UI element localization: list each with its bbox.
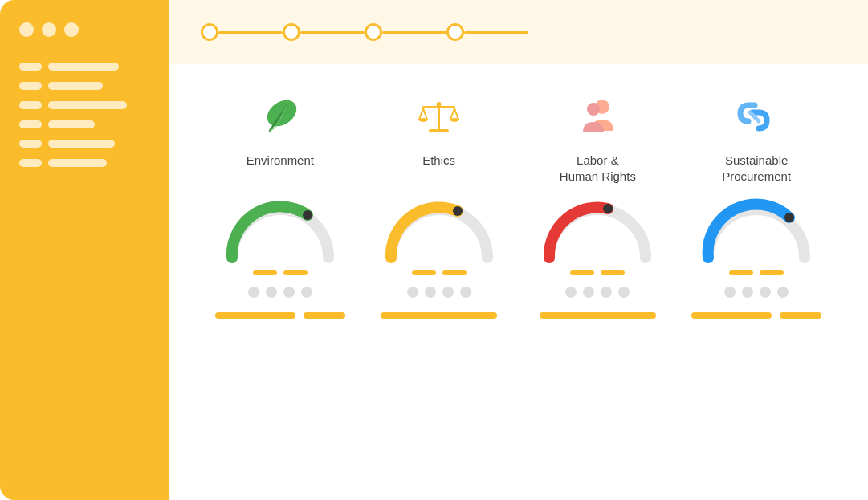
bar — [691, 312, 772, 319]
sidebar-line — [19, 120, 42, 128]
bars-ethics — [365, 312, 513, 319]
svg-point-8 — [587, 103, 600, 116]
svg-point-13 — [784, 213, 794, 222]
step-line-3 — [382, 31, 446, 34]
gauge-dashes-ethics — [412, 270, 467, 275]
step-line-4 — [464, 31, 528, 34]
bar — [381, 312, 497, 319]
labor-icon — [569, 88, 626, 144]
gauges-row — [201, 193, 836, 275]
svg-point-10 — [303, 210, 312, 220]
svg-point-4 — [418, 118, 428, 121]
step-circle-3 — [365, 23, 382, 41]
dot — [425, 287, 436, 298]
procurement-label: SustainableProcurement — [722, 152, 791, 185]
sidebar-line — [48, 140, 115, 148]
dot — [760, 287, 771, 298]
sidebar-line — [19, 63, 42, 71]
dot — [442, 287, 454, 298]
gauge-procurement — [683, 193, 831, 275]
bottom-bars-row — [201, 312, 836, 319]
dot — [301, 287, 312, 298]
bar — [780, 312, 821, 319]
dot — [248, 287, 259, 298]
card-environment[interactable]: Environment — [206, 88, 354, 169]
progress-steps — [201, 23, 528, 41]
ethics-label: Ethics — [422, 152, 455, 169]
dot — [583, 287, 594, 298]
step-circle-2 — [283, 23, 300, 41]
sidebar-line — [48, 120, 95, 128]
gauge-dashes-procurement — [729, 270, 784, 275]
svg-point-6 — [437, 102, 442, 107]
sidebar-line-group — [19, 101, 149, 109]
step-line-2 — [300, 31, 365, 34]
dot — [618, 287, 630, 298]
dot — [742, 287, 753, 298]
card-procurement[interactable]: SustainableProcurement — [683, 88, 831, 185]
svg-point-11 — [453, 206, 463, 216]
bars-procurement — [683, 312, 831, 319]
gauge-dash — [570, 270, 594, 275]
dots-row — [201, 287, 836, 298]
gauge-dash — [760, 270, 784, 275]
gauge-dash — [729, 270, 753, 275]
sidebar-line — [48, 159, 107, 167]
sidebar-dot-2 — [42, 22, 56, 37]
gauge-labor — [524, 193, 672, 275]
gauge-svg-labor — [537, 193, 658, 266]
card-ethics[interactable]: Ethics — [365, 88, 513, 169]
gauge-dashes-labor — [570, 270, 625, 275]
sidebar-line-group — [19, 159, 149, 167]
content-area: Environment — [169, 64, 868, 500]
gauge-svg-ethics — [379, 193, 499, 266]
sidebar-line — [19, 82, 42, 90]
bar — [215, 312, 295, 319]
gauge-dash — [253, 270, 277, 275]
gauge-dash — [283, 270, 308, 275]
sidebar-line — [19, 101, 42, 109]
sidebar-line — [48, 101, 127, 109]
bars-environment — [206, 312, 354, 319]
gauge-dash — [442, 270, 467, 275]
svg-rect-1 — [438, 105, 440, 131]
dot — [724, 287, 736, 298]
gauge-svg-procurement — [696, 193, 817, 266]
sidebar-line-group — [19, 120, 149, 128]
sidebar-lines — [19, 63, 149, 167]
ethics-icon — [411, 88, 467, 144]
dot — [601, 287, 612, 298]
bars-labor — [524, 312, 672, 319]
dot — [283, 287, 295, 298]
dot — [460, 287, 471, 298]
card-labor[interactable]: Labor &Human Rights — [524, 88, 672, 185]
svg-point-12 — [603, 204, 613, 213]
sidebar — [0, 0, 169, 500]
bar — [304, 312, 345, 319]
category-cards-row: Environment — [201, 88, 836, 185]
dot — [407, 287, 418, 298]
step-circle-1 — [201, 23, 218, 41]
dots-labor — [524, 287, 672, 298]
gauge-ethics — [365, 193, 513, 275]
gauge-dashes-environment — [253, 270, 308, 275]
dots-environment — [206, 287, 354, 298]
sidebar-line — [19, 159, 42, 167]
procurement-icon — [728, 88, 784, 144]
sidebar-line — [48, 82, 103, 90]
bar — [540, 312, 656, 319]
labor-label: Labor &Human Rights — [560, 152, 636, 185]
environment-icon — [252, 88, 308, 144]
dot — [777, 287, 789, 298]
svg-rect-2 — [429, 129, 449, 132]
main-area: Environment — [169, 0, 868, 500]
step-circle-4 — [446, 23, 464, 41]
topbar — [169, 0, 868, 64]
dot — [565, 287, 577, 298]
dot — [266, 287, 277, 298]
sidebar-dot-1 — [19, 22, 34, 37]
sidebar-line-group — [19, 82, 149, 90]
gauge-dash — [601, 270, 625, 275]
dots-procurement — [683, 287, 831, 298]
sidebar-line-group — [19, 63, 149, 71]
